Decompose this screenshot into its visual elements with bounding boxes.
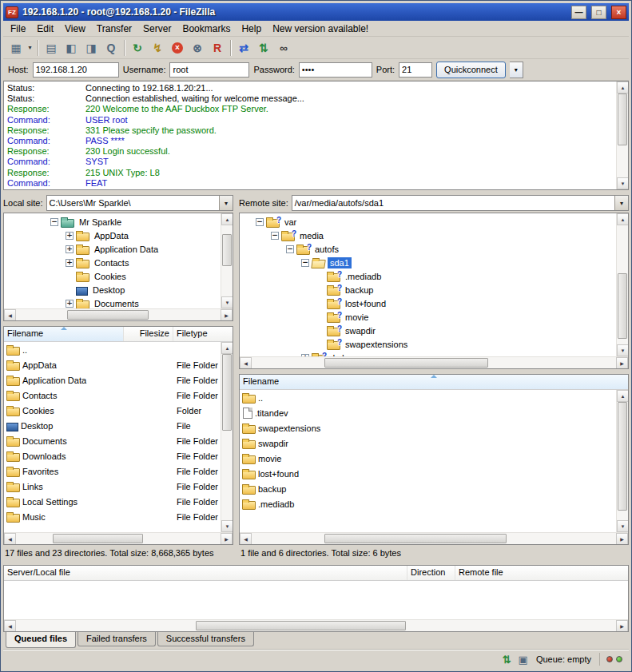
scroll-left-icon[interactable]: ◀	[240, 357, 252, 369]
tree-expander-minus-icon[interactable]	[255, 215, 266, 229]
local-list-horizontal-scrollbar[interactable]: ◀ ▶	[4, 532, 233, 544]
scroll-right-icon[interactable]: ▶	[616, 357, 628, 369]
combo-dropdown-icon[interactable]: ▾	[614, 196, 628, 210]
menu-item[interactable]: New version available!	[267, 22, 374, 36]
column-header-filesize[interactable]: Filesize	[124, 327, 173, 341]
scroll-up-icon[interactable]: ▲	[221, 342, 233, 354]
queue-tab[interactable]: Queued files	[6, 632, 76, 648]
swapdir-button[interactable]: swapdir	[240, 435, 616, 451]
tree-item[interactable]: var	[240, 215, 616, 229]
column-header-filetype[interactable]: Filetype	[173, 327, 233, 341]
tree-item[interactable]: sda1	[240, 256, 616, 269]
process-queue-button[interactable]: ↯	[148, 39, 167, 57]
scroll-thumb[interactable]	[222, 234, 232, 266]
menu-item[interactable]: File	[5, 22, 31, 36]
tray-window-icon[interactable]: ▣	[519, 654, 528, 665]
Downloads-button[interactable]: Downloads File Folder	[4, 448, 221, 463]
scroll-left-icon[interactable]: ◀	[4, 533, 16, 545]
scroll-right-icon[interactable]: ▶	[221, 309, 233, 321]
Desktop-button[interactable]: Desktop File	[4, 418, 221, 433]
speed-limits-icon[interactable]: ⇅	[503, 654, 511, 665]
scroll-right-icon[interactable]: ▶	[221, 533, 233, 545]
column-header-remote-file[interactable]: Remote file	[455, 566, 628, 580]
toggle-message-log-button[interactable]: ▤	[42, 39, 61, 57]
.titandev-button[interactable]: .titandev	[240, 405, 616, 420]
menu-item[interactable]: Help	[236, 22, 267, 36]
synchronized-browsing-button[interactable]: ⇅	[254, 39, 273, 57]
scroll-up-icon[interactable]: ▲	[221, 213, 233, 225]
scroll-right-icon[interactable]: ▶	[616, 533, 628, 545]
..-button[interactable]: ..	[240, 390, 616, 405]
toggle-queue-button[interactable]: Q	[101, 39, 121, 57]
vertical-splitter[interactable]	[233, 195, 239, 561]
tree-expander-plus-icon[interactable]	[300, 351, 312, 356]
movie-button[interactable]: movie	[240, 451, 616, 466]
Local Settings-button[interactable]: Local Settings File Folder	[4, 494, 221, 509]
Application Data-button[interactable]: Application Data File Folder	[4, 372, 221, 388]
tree-expander-minus-icon[interactable]	[270, 229, 281, 242]
..-button[interactable]: ..	[4, 342, 221, 357]
tree-item[interactable]: Desktop	[4, 283, 221, 296]
scroll-left-icon[interactable]: ◀	[4, 309, 16, 321]
remote-list-vertical-scrollbar[interactable]: ▲ ▼	[616, 390, 628, 532]
tree-item[interactable]: autofs	[240, 242, 616, 256]
local-tree-horizontal-scrollbar[interactable]: ◀ ▶	[4, 308, 233, 320]
AppData-button[interactable]: AppData File Folder	[4, 357, 221, 372]
menu-item[interactable]: Edit	[31, 22, 59, 36]
Contacts-button[interactable]: Contacts File Folder	[4, 388, 221, 403]
Links-button[interactable]: Links File Folder	[4, 479, 221, 494]
tree-expander-plus-icon[interactable]	[65, 296, 76, 308]
find-files-button[interactable]: ∞	[274, 39, 293, 57]
tree-item[interactable]: Cookies	[4, 269, 221, 283]
tree-expander-plus-icon[interactable]	[65, 256, 76, 269]
scroll-thumb[interactable]	[53, 534, 143, 543]
site-manager-dropdown-caret-icon[interactable]: ▾	[26, 39, 34, 57]
scroll-down-icon[interactable]: ▼	[617, 344, 628, 356]
minimize-button[interactable]: —	[571, 6, 586, 19]
close-button[interactable]: ×	[611, 6, 626, 19]
maximize-button[interactable]: □	[591, 6, 606, 19]
tree-item[interactable]: Contacts	[4, 256, 221, 269]
tree-expander-plus-icon[interactable]	[65, 242, 76, 256]
scroll-thumb[interactable]	[196, 621, 406, 630]
combo-dropdown-icon[interactable]: ▾	[219, 196, 233, 210]
tree-item[interactable]: dvd	[240, 351, 616, 356]
Documents-button[interactable]: Documents File Folder	[4, 433, 221, 448]
quickconnect-dropdown-caret-icon[interactable]: ▾	[510, 62, 523, 78]
Cookies-button[interactable]: Cookies Folder	[4, 403, 221, 418]
scroll-down-icon[interactable]: ▼	[221, 296, 233, 308]
column-header-server-local-file[interactable]: Server/Local file	[4, 566, 407, 580]
column-header-filename[interactable]: Filename	[240, 375, 628, 389]
tree-item[interactable]: Documents	[4, 296, 221, 308]
scroll-up-icon[interactable]: ▲	[617, 213, 628, 225]
tree-expander-plus-icon[interactable]	[65, 229, 76, 242]
scroll-thumb[interactable]	[618, 402, 627, 511]
local-tree-vertical-scrollbar[interactable]: ▲ ▼	[221, 213, 233, 308]
refresh-button[interactable]: ↻	[128, 39, 147, 57]
.mediadb-button[interactable]: .mediadb	[240, 496, 616, 511]
Favorites-button[interactable]: Favorites File Folder	[4, 463, 221, 479]
port-input[interactable]	[399, 62, 432, 78]
queue-tab[interactable]: Successful transfers	[157, 632, 254, 646]
disconnect-button[interactable]: ⊗	[188, 39, 207, 57]
scroll-down-icon[interactable]: ▼	[617, 177, 629, 189]
scroll-left-icon[interactable]: ◀	[4, 620, 16, 632]
scroll-left-icon[interactable]: ◀	[240, 533, 252, 545]
scroll-thumb[interactable]	[324, 358, 488, 368]
tree-item[interactable]: lost+found	[240, 296, 616, 310]
Music-button[interactable]: Music File Folder	[4, 509, 221, 524]
tree-expander-minus-icon[interactable]	[300, 256, 312, 269]
username-input[interactable]	[169, 62, 249, 78]
scroll-down-icon[interactable]: ▼	[617, 520, 628, 532]
site-manager-button[interactable]: ▦	[6, 39, 26, 57]
column-header-filename[interactable]: Filename	[4, 327, 124, 341]
swapextensions-button[interactable]: swapextensions	[240, 420, 616, 435]
tree-item[interactable]: .mediadb	[240, 269, 616, 283]
tree-expander-minus-icon[interactable]	[285, 242, 296, 256]
scroll-thumb[interactable]	[618, 93, 627, 145]
scroll-up-icon[interactable]: ▲	[617, 390, 628, 402]
tree-item[interactable]: movie	[240, 310, 616, 324]
scroll-thumb[interactable]	[324, 534, 507, 543]
toggle-remote-tree-button[interactable]: ◨	[81, 39, 101, 57]
local-site-combobox[interactable]: C:\Users\Mr Sparkle\ ▾	[46, 195, 233, 211]
